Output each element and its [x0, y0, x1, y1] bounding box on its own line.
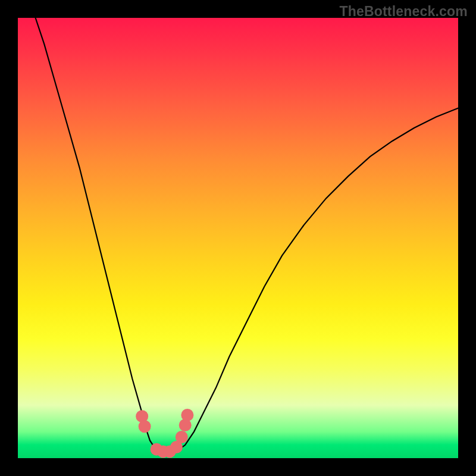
chart-container: TheBottleneck.com	[0, 0, 476, 476]
curve-layer	[18, 18, 458, 458]
watermark-text: TheBottleneck.com	[339, 4, 468, 20]
marker-dot	[181, 409, 193, 421]
marker-dot	[176, 431, 188, 443]
marker-dot	[139, 420, 151, 433]
right-curve	[168, 108, 458, 454]
plot-area	[18, 18, 458, 458]
highlight-markers	[136, 409, 193, 458]
left-curve	[36, 18, 168, 454]
